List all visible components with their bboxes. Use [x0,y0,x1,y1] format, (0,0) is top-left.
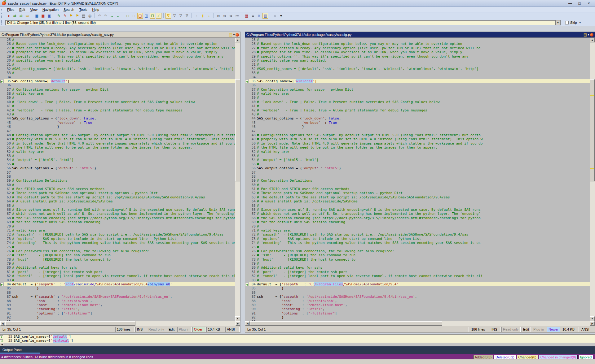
code-line[interactable]: 42# 'verbose' - True | False. True = All… [245,108,590,112]
scroll-down-icon[interactable]: ▼ [590,316,595,321]
maximize-button[interactable]: □ [577,1,582,6]
code-line[interactable]: 31# [245,63,590,67]
code-text[interactable]: # [12,71,235,75]
code-text[interactable] [12,175,235,179]
examdiff-fruit-icon[interactable] [590,33,593,37]
swap-panes-icon[interactable]: ⇄ [18,13,24,19]
code-line[interactable]: 36 [0,83,235,87]
code-text[interactable]: 'host' : 'remote.linux.host', [257,303,590,307]
code-line[interactable]: 30# specific value you want applied. [0,58,235,63]
code-text[interactable]: # [257,63,590,67]
code-line[interactable]: 60# [0,183,235,187]
code-line[interactable]: 62# These need path to SASHome and optio… [245,191,590,195]
code-text[interactable]: # 'saspath' - [REQUIRED] path to SAS sta… [257,232,590,236]
scroll-down-icon[interactable]: ▼ [235,316,240,321]
code-line[interactable]: 79# [0,262,235,266]
code-text[interactable]: # 'host' - [REQUIRED] the host to connec… [12,258,235,262]
file-options-icon[interactable]: ▤ [584,32,587,37]
undo-icon[interactable]: ↶ [97,13,102,19]
code-line[interactable]: 42# 'verbose' - True | False. True = All… [0,108,235,112]
code-text[interactable]: # [257,224,590,228]
code-line[interactable]: 82# 'tunnel' - [integer] local port to o… [245,274,590,278]
code-text[interactable]: # in local mode. Note that HTML 4.0 will… [257,141,590,145]
code-line[interactable]: 43# [0,112,235,116]
auto-sync-icon[interactable]: ✓ [156,13,161,19]
code-line[interactable]: 51# the HTML file will need to be put in… [245,145,590,150]
code-text[interactable]: SAS_config_options = {'lock_down': False… [257,116,590,120]
code-text[interactable]: # [257,245,590,249]
code-line[interactable]: 26# Based upon the lock_down configurati… [0,42,235,46]
code-line[interactable]: 49# properly with HTML 5.0 so it can als… [0,137,235,141]
code-text[interactable]: # For STDIO and STDIO over SSH access me… [12,187,235,191]
find-icon[interactable]: ∞ [216,13,221,19]
code-text[interactable]: # 'output' = ['html5', 'html'] [12,158,235,162]
code-line[interactable]: 34 [245,75,590,79]
code-text[interactable] [12,291,235,295]
code-line[interactable]: 43# [245,112,590,116]
toolbar-grip[interactable] [1,13,3,18]
redo-icon[interactable]: ↷ [103,13,108,19]
code-text[interactable]: # [12,162,235,166]
code-line[interactable]: 70# [245,224,590,228]
code-text[interactable]: # specify options=''. This way it's spec… [257,54,590,58]
minimize-button[interactable]: — [568,1,573,6]
code-line[interactable]: 77# 'ssh' - [REQUIRED] the ssh command t… [0,253,235,257]
code-line[interactable]: 82# 'tunnel' - [integer] local port to o… [0,274,235,278]
code-text[interactable]: SAS_output_options = {'output' : 'html5'… [257,166,590,170]
code-text[interactable]: 'ssh' : '/usr/bin/ssh', [257,299,590,303]
scroll-right-icon[interactable]: ▶ [236,321,240,326]
menu-item-search[interactable]: Search [61,7,77,12]
code-text[interactable]: # These need path to SASHome and optiona… [12,191,235,195]
code-line[interactable]: 52# valid key are: [245,150,590,154]
current-diff-combo[interactable]: Diff 1: Change 1 line (35, first file) t… [5,20,555,25]
output-pane-tab[interactable]: Output Pane [2,348,22,352]
menu-item-files[interactable]: Files [5,7,17,12]
code-line[interactable]: 44SAS_config_options = {'lock_down': Fal… [245,116,590,120]
code-line[interactable]: 65# [245,204,590,208]
scroll-thumb[interactable] [590,79,595,181]
code-line[interactable]: 56SAS_output_options = {'output' : 'html… [0,166,235,170]
code-text[interactable]: # 'lock_down' - True | False. True = Pre… [12,100,235,104]
find-next-icon[interactable]: ∞ [222,13,227,19]
code-text[interactable]: # [12,245,235,249]
code-text[interactable]: # the SAS session encoding (see https://… [257,216,590,220]
code-text[interactable]: # Configuration options for SAS output. … [12,133,235,137]
code-text[interactable]: # [257,71,590,75]
code-text[interactable]: # 'port' - [integer] the remote ssh port [12,270,235,274]
code-line[interactable]: 63# The default path to the sas start up… [0,195,235,199]
code-text[interactable]: # 'host' - [REQUIRED] the host to connec… [257,258,590,262]
print-icon[interactable]: ▤ [81,13,86,19]
code-line[interactable]: 47 [245,129,590,133]
code-text[interactable]: # For passwordless ssh connection, the f… [257,249,590,253]
code-line[interactable]: 80# Additional valid keys for ssh: [245,266,590,270]
scroll-up-icon[interactable]: ▲ [590,38,595,42]
code-text[interactable]: # for the default Unix SAS session encod… [257,220,590,224]
code-line[interactable]: 53# [0,154,235,158]
code-text[interactable] [257,129,590,133]
code-text[interactable]: 'verbose' : True [257,121,590,125]
code-line[interactable]: 27# that are defined already. Any necess… [245,46,590,50]
code-text[interactable]: # Configuration Definitions [257,179,590,183]
code-text[interactable]: # [257,262,590,266]
recompare-icon[interactable]: ⇄ [12,13,18,19]
filter-icon[interactable]: ∇ [165,13,171,19]
code-text[interactable]: 'encoding': 'latin1', [257,307,590,311]
code-line[interactable]: 91 'options' : ["-fullstimer"] [245,311,590,315]
flag-first-icon[interactable]: ⚑ [68,13,74,19]
diff-line-row[interactable]: 35SAS_config_names=['default'] [0,335,595,339]
code-line[interactable]: 45 'verbose' : True [245,121,590,125]
code-text[interactable]: 'encoding': 'latin1', [12,307,235,311]
code-text[interactable]: # 'saspath' - [REQUIRED] path to SAS sta… [12,232,235,236]
scroll-thumb[interactable] [5,321,135,326]
code-line[interactable]: 75# [245,245,590,249]
code-line[interactable]: 50# in local mode. Note that HTML 4.0 wi… [0,141,235,145]
scroll-thumb[interactable] [235,79,240,181]
code-text[interactable]: # Configuration options for SAS output. … [257,133,590,137]
code-line[interactable]: 74# 'encoding' - This is the python enco… [0,241,235,245]
flag-second-icon[interactable]: ⚑ [75,13,80,19]
code-line[interactable]: 33# [245,71,590,75]
code-text[interactable]: # properly with HTML 5.0 so it can also … [257,137,590,141]
menu-grip[interactable] [1,8,3,11]
code-line[interactable]: 71# valid keys are: [0,228,235,232]
merge-icon[interactable]: ⊟ [150,13,155,19]
